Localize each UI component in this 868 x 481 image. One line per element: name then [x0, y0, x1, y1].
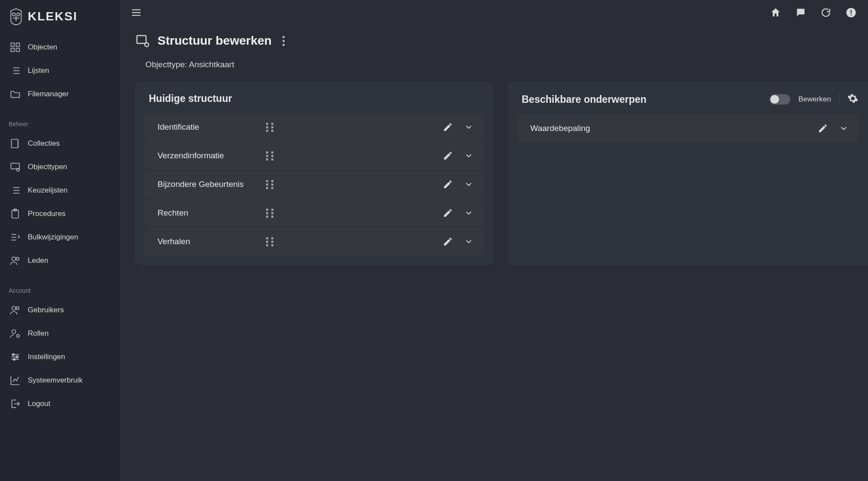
logout-icon — [10, 398, 21, 409]
sidebar-item-label: Bulkwijzigingen — [28, 233, 78, 242]
svg-rect-44 — [137, 36, 146, 43]
sidebar-item-label: Objecttypen — [28, 163, 67, 171]
expand-button[interactable] — [463, 150, 475, 162]
sidebar-item-label: Rollen — [28, 329, 49, 338]
svg-point-36 — [16, 356, 18, 358]
sidebar: KLEKSI Objecten Lijsten Filemanager Behe… — [0, 0, 119, 481]
users-icon — [10, 304, 21, 316]
nav-group-beheer: Beheer Collecties Objecttypen Keuzelijst… — [0, 115, 119, 272]
structure-row[interactable]: Verzendinformatie — [145, 142, 483, 170]
svg-rect-12 — [11, 139, 18, 148]
sidebar-item-label: Keuzelijsten — [28, 186, 68, 195]
edit-button[interactable] — [442, 178, 454, 190]
sliders-icon — [10, 351, 21, 363]
brand-logo[interactable]: KLEKSI — [0, 8, 119, 36]
svg-point-30 — [12, 330, 16, 334]
nav-main: Objecten Lijsten Filemanager — [0, 36, 119, 106]
sidebar-item-lijsten[interactable]: Lijsten — [0, 59, 119, 82]
grid-icon — [10, 42, 21, 53]
sidebar-item-procedures[interactable]: Procedures — [0, 202, 119, 226]
sidebar-item-instellingen[interactable]: Instellingen — [0, 345, 119, 369]
svg-point-27 — [16, 257, 19, 260]
drag-handle-icon[interactable] — [266, 209, 275, 217]
book-icon — [10, 138, 21, 149]
main-content: Structuur bewerken Objecttype: Ansichtka… — [119, 0, 868, 481]
expand-button[interactable] — [463, 236, 475, 248]
chat-button[interactable] — [794, 6, 807, 19]
users-icon — [10, 255, 21, 266]
sidebar-item-label: Logout — [28, 399, 50, 408]
page-subtitle: Objecttype: Ansichtkaart — [119, 53, 868, 82]
edit-button[interactable] — [442, 236, 454, 248]
expand-button[interactable] — [463, 121, 475, 133]
current-structure-list: Identificatie Verzendinformatie Bijzonde… — [145, 113, 483, 255]
expand-button[interactable] — [463, 207, 475, 219]
svg-point-26 — [12, 257, 16, 261]
edit-button[interactable] — [442, 121, 454, 133]
sidebar-item-label: Lijsten — [28, 66, 49, 75]
sidebar-item-objecten[interactable]: Objecten — [0, 36, 119, 59]
structure-row[interactable]: Identificatie — [145, 113, 483, 141]
menu-toggle-button[interactable] — [130, 6, 143, 19]
more-options-button[interactable] — [279, 36, 289, 46]
svg-point-1 — [17, 13, 20, 16]
svg-rect-43 — [851, 14, 852, 15]
svg-point-31 — [16, 334, 20, 337]
structure-label: Identificatie — [158, 122, 257, 132]
drag-handle-icon[interactable] — [266, 237, 275, 246]
sidebar-item-label: Procedures — [28, 209, 66, 218]
sidebar-item-label: Collecties — [28, 139, 60, 148]
sidebar-item-label: Systeemverbruik — [28, 376, 83, 385]
home-button[interactable] — [769, 6, 782, 19]
alert-button[interactable] — [845, 6, 858, 19]
drag-handle-icon[interactable] — [266, 151, 275, 160]
svg-rect-4 — [11, 48, 14, 52]
sidebar-item-label: Leden — [28, 256, 48, 265]
sidebar-item-bulkwijzigingen[interactable]: Bulkwijzigingen — [0, 226, 119, 249]
available-subjects-panel: Beschikbare onderwerpen Bewerken Waardeb… — [508, 82, 868, 265]
svg-rect-13 — [11, 163, 20, 169]
topbar — [119, 0, 868, 25]
page-title: Structuur bewerken — [158, 34, 272, 48]
drag-handle-icon[interactable] — [266, 180, 275, 189]
sidebar-item-systeemverbruik[interactable]: Systeemverbruik — [0, 369, 119, 392]
page-header: Structuur bewerken — [119, 25, 868, 53]
refresh-button[interactable] — [819, 6, 832, 19]
edit-button[interactable] — [817, 122, 829, 134]
expand-button[interactable] — [838, 122, 850, 134]
panel-title: Huidige structuur — [145, 93, 232, 105]
monitor-gear-icon — [10, 161, 21, 173]
sidebar-item-filemanager[interactable]: Filemanager — [0, 82, 119, 106]
edit-button[interactable] — [442, 207, 454, 219]
structure-label: Verzendinformatie — [158, 151, 257, 160]
svg-rect-2 — [11, 43, 14, 46]
sidebar-item-logout[interactable]: Logout — [0, 392, 119, 416]
sidebar-item-keuzelijsten[interactable]: Keuzelijsten — [0, 179, 119, 202]
svg-point-28 — [12, 306, 16, 310]
sidebar-item-collecties[interactable]: Collecties — [0, 132, 119, 155]
sidebar-item-objecttypen[interactable]: Objecttypen — [0, 155, 119, 179]
expand-button[interactable] — [463, 178, 475, 190]
svg-rect-5 — [16, 48, 20, 52]
sidebar-item-rollen[interactable]: Rollen — [0, 322, 119, 345]
clipboard-icon — [10, 208, 21, 219]
chart-icon — [10, 375, 21, 386]
svg-point-0 — [12, 13, 15, 16]
sidebar-item-label: Filemanager — [28, 90, 69, 98]
sidebar-item-label: Gebruikers — [28, 306, 64, 314]
structure-row[interactable]: Bijzondere Gebeurtenis — [145, 170, 483, 198]
edit-button[interactable] — [442, 150, 454, 162]
drag-handle-icon[interactable] — [266, 123, 275, 131]
sidebar-item-gebruikers[interactable]: Gebruikers — [0, 298, 119, 322]
structure-row[interactable]: Rechten — [145, 199, 483, 227]
panel-title: Beschikbare onderwerpen — [517, 94, 647, 105]
list-icon — [10, 185, 21, 196]
structure-label: Bijzondere Gebeurtenis — [158, 180, 257, 189]
edit-toggle[interactable] — [769, 94, 790, 105]
user-gear-icon — [10, 328, 21, 339]
sidebar-item-leden[interactable]: Leden — [0, 249, 119, 272]
available-row[interactable]: Waardebepaling — [517, 115, 858, 142]
structure-row[interactable]: Verhalen — [145, 228, 483, 255]
svg-rect-3 — [16, 43, 20, 46]
settings-button[interactable] — [847, 93, 858, 106]
